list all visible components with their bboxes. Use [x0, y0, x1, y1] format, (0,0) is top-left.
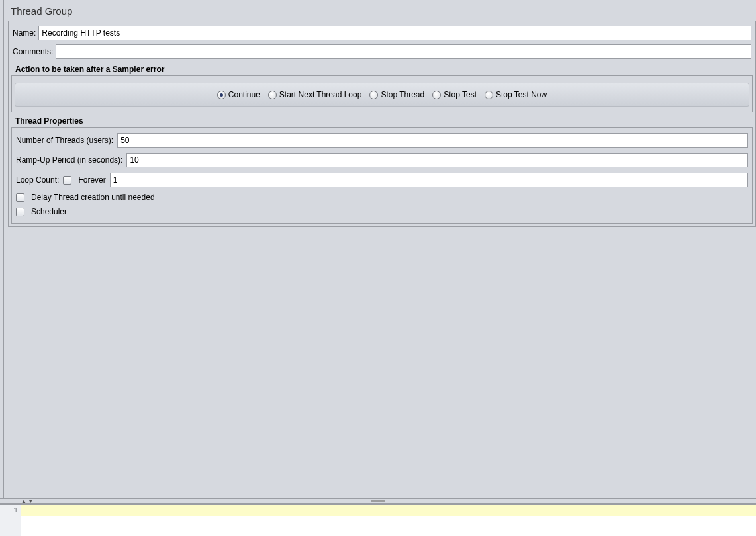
num-threads-label: Number of Threads (users):	[16, 136, 113, 145]
num-threads-input[interactable]	[117, 133, 748, 148]
radio-start-next[interactable]: Start Next Thread Loop	[268, 90, 362, 99]
line-gutter: 1	[0, 505, 21, 536]
line-number: 1	[0, 506, 18, 514]
horizontal-splitter[interactable]: ▲ ▼	[0, 498, 756, 504]
splitter-grip-icon	[365, 500, 391, 502]
left-splitter[interactable]	[0, 0, 4, 499]
thread-group-panel: Thread Group Name: Comments: Action to b…	[0, 0, 756, 227]
scheduler-label: Scheduler	[31, 207, 67, 216]
forever-checkbox[interactable]	[63, 176, 71, 185]
radio-stop-test-now[interactable]: Stop Test Now	[485, 90, 547, 99]
radio-icon	[485, 91, 493, 99]
radio-icon	[268, 91, 277, 99]
log-panel: 1	[0, 504, 756, 536]
name-label: Name:	[13, 28, 36, 38]
radio-stop-test-label: Stop Test	[444, 90, 477, 99]
radio-icon	[369, 91, 378, 99]
radio-stop-test-now-label: Stop Test Now	[496, 90, 547, 99]
sampler-error-fieldset: Action to be taken after a Sampler error…	[11, 65, 753, 112]
forever-label: Forever	[78, 175, 105, 185]
sampler-error-legend: Action to be taken after a Sampler error	[14, 65, 755, 74]
radio-continue-label: Continue	[228, 90, 260, 99]
comments-label: Comments:	[13, 47, 53, 56]
scheduler-checkbox[interactable]	[16, 208, 24, 216]
radio-stop-thread-label: Stop Thread	[381, 90, 424, 99]
radio-icon	[217, 91, 226, 99]
main-form: Name: Comments: Action to be taken after…	[8, 21, 756, 227]
radio-start-next-label: Start Next Thread Loop	[279, 90, 362, 99]
loop-count-input[interactable]	[110, 173, 748, 187]
delay-label: Delay Thread creation until needed	[31, 193, 155, 202]
thread-properties-fieldset: Thread Properties Number of Threads (use…	[11, 116, 753, 224]
sampler-error-options: Continue Start Next Thread Loop Stop Thr…	[15, 83, 749, 107]
comments-input[interactable]	[56, 44, 751, 59]
radio-icon	[432, 91, 441, 99]
thread-props-legend: Thread Properties	[14, 116, 755, 126]
panel-title: Thread Group	[8, 3, 756, 21]
ramp-up-label: Ramp-Up Period (in seconds):	[16, 156, 122, 165]
splitter-arrows-icon: ▲ ▼	[21, 498, 33, 504]
delay-checkbox[interactable]	[16, 193, 24, 202]
ramp-up-input[interactable]	[126, 153, 748, 167]
radio-continue[interactable]: Continue	[217, 90, 260, 99]
name-input[interactable]	[38, 26, 751, 40]
radio-stop-test[interactable]: Stop Test	[432, 90, 477, 99]
loop-count-label: Loop Count:	[16, 175, 59, 185]
radio-stop-thread[interactable]: Stop Thread	[369, 90, 424, 99]
editor-current-line[interactable]	[21, 505, 756, 516]
